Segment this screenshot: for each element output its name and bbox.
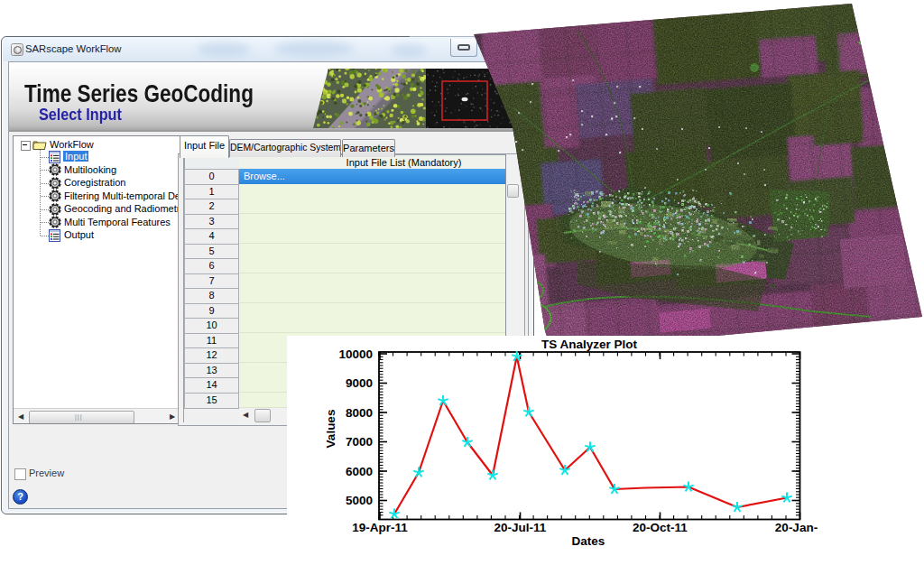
- svg-text:Dates: Dates: [572, 534, 605, 548]
- svg-text:6000: 6000: [346, 465, 373, 478]
- svg-text:7000: 7000: [346, 435, 373, 449]
- svg-text:TS Analyzer Plot: TS Analyzer Plot: [541, 338, 638, 351]
- svg-text:19-Apr-11: 19-Apr-11: [352, 521, 408, 534]
- svg-text:20-Oct-11: 20-Oct-11: [633, 521, 688, 534]
- svg-text:8000: 8000: [346, 406, 373, 420]
- svg-text:5000: 5000: [346, 494, 373, 507]
- svg-text:20-Jul-11: 20-Jul-11: [494, 521, 547, 534]
- svg-text:20-Jan-: 20-Jan-: [775, 521, 818, 534]
- svg-text:10000: 10000: [338, 347, 373, 361]
- svg-text:Values: Values: [324, 410, 337, 449]
- svg-text:9000: 9000: [346, 376, 373, 390]
